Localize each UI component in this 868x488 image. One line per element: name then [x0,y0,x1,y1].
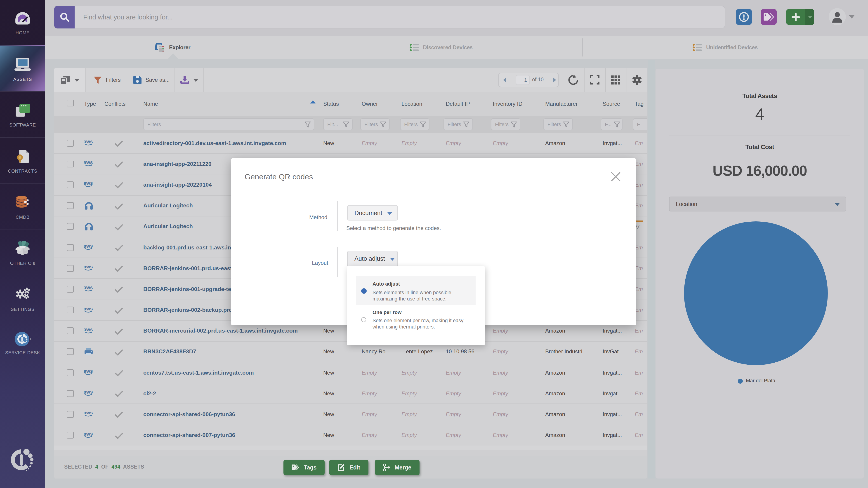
svg-text:aws: aws [84,243,93,249]
svg-text:aws: aws [84,139,93,144]
svg-text:aws: aws [84,181,93,186]
svg-text:aws: aws [84,411,93,416]
svg-text:aws: aws [84,431,93,436]
svg-text:aws: aws [84,160,93,165]
svg-text:aws: aws [84,390,93,395]
svg-text:aws: aws [84,327,93,332]
svg-text:aws: aws [84,285,93,291]
svg-text:aws: aws [84,306,93,311]
svg-text:aws: aws [84,369,93,374]
svg-text:aws: aws [84,264,93,269]
